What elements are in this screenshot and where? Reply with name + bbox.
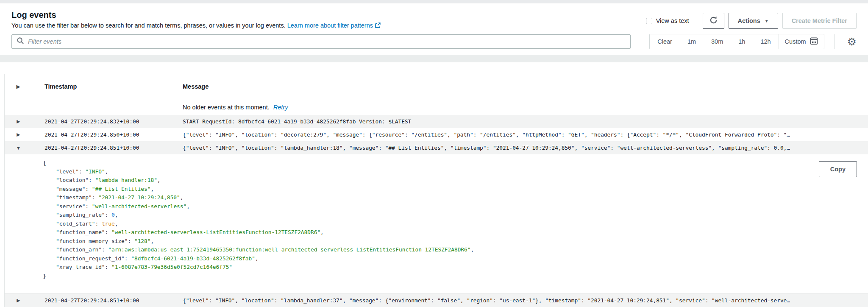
json-value: 0 [111,212,115,218]
json-punctuation: : [105,229,111,235]
learn-more-link[interactable]: Learn more about filter patterns [287,22,381,29]
json-line: "function_request_id": "8dfbcfc4-6021-4a… [43,254,868,263]
learn-more-label: Learn more about filter patterns [287,22,373,29]
log-message: {"level": "INFO", "location": "lambda_ha… [174,297,868,304]
json-open-brace: { [43,159,868,167]
json-key: "message" [56,186,85,192]
header-controls: View as text Actions▼ Create Metric Filt… [646,13,857,29]
json-line: "cold_start": true, [43,220,868,229]
json-punctuation: : [89,177,95,183]
actions-label: Actions [738,17,760,24]
json-value: "128" [134,238,151,244]
expand-arrow-icon[interactable]: ▶ [5,119,32,124]
log-events-table: ▶ Timestamp Message No older events at t… [4,74,868,307]
json-value: "## List Entities" [92,186,151,192]
json-punctuation: , [150,186,154,192]
section-divider-band [0,55,868,62]
filter-events-searchbox[interactable] [11,34,631,49]
log-row[interactable]: ▶2021-04-27T20:29:24.850+10:00{"level": … [5,128,868,141]
json-value: "lambda_handler:18" [95,177,157,183]
json-viewer: {"level": "INFO","location": "lambda_han… [43,159,868,280]
time-range-30m[interactable]: 30m [704,34,731,49]
json-line: "message": "## List Entities", [43,185,868,194]
json-punctuation: : [102,246,108,253]
refresh-icon [709,16,718,25]
json-punctuation: : [92,194,98,201]
json-key: "function_name" [56,229,105,235]
view-as-text-label: View as text [656,17,689,24]
json-key: "function_arn" [56,246,102,253]
json-key: "service" [56,203,85,209]
filter-events-input[interactable] [28,38,626,45]
view-as-text-group: View as text [646,17,689,24]
log-rows: ▶2021-04-27T20:29:24.832+10:00START Requ… [5,115,868,307]
log-row[interactable]: ▼2021-04-27T20:29:24.851+10:00{"level": … [5,141,868,154]
json-line: "level": "INFO", [43,167,868,176]
search-icon [17,37,28,46]
description-text: You can use the filter bar below to sear… [11,22,286,29]
json-line: "xray_trace_id": "1-6087e783-79e36d5e0f5… [43,263,868,272]
json-punctuation: : [85,203,92,209]
json-line: "function_memory_size": "128", [43,237,868,246]
json-punctuation: , [157,177,161,183]
actions-button[interactable]: Actions▼ [729,13,778,29]
json-punctuation: , [320,229,324,235]
time-range-custom[interactable]: Custom [779,34,824,49]
external-link-icon [375,22,381,30]
json-key: "xray_trace_id" [56,264,105,270]
json-punctuation: , [105,168,108,175]
json-value: "well-architected-serverless-ListEntitie… [111,229,320,235]
log-message: {"level": "INFO", "location": "lambda_ha… [174,145,868,151]
json-line: "function_arn": "arn:aws:lambda:us-east-… [43,246,868,254]
json-key: "location" [56,177,89,183]
json-key: "cold_start" [56,220,95,227]
time-range-1m[interactable]: 1m [680,34,704,49]
timestamp-column-header[interactable]: Timestamp [32,78,174,95]
json-punctuation: : [85,186,92,192]
json-key: "level" [56,168,79,175]
gear-icon[interactable]: ⚙ [847,36,857,47]
copy-button[interactable]: Copy [819,161,857,177]
notice-text: No older events at this moment. [183,104,270,111]
json-key: "timestamp" [56,194,92,201]
collapse-arrow-icon[interactable]: ▼ [5,145,32,151]
log-timestamp: 2021-04-27T20:29:24.850+10:00 [32,131,174,138]
json-punctuation: , [255,255,259,262]
json-value: "arn:aws:lambda:us-east-1:752419465350:f… [108,246,470,253]
json-punctuation: : [125,255,131,262]
json-line: "function_name": "well-architected-serve… [43,228,868,237]
create-metric-filter-button[interactable]: Create Metric Filter [782,13,857,29]
message-column-header[interactable]: Message [174,78,868,95]
json-value: "well-architected-serverless" [92,203,186,209]
time-range-clear[interactable]: Clear [650,34,680,49]
custom-label: Custom [785,38,806,45]
expand-arrow-icon[interactable]: ▶ [5,132,32,137]
json-line: "service": "well-architected-serverless"… [43,202,868,211]
notice-message: No older events at this moment. Retry [174,104,868,111]
table-header-row: ▶ Timestamp Message [5,74,868,99]
json-punctuation: , [470,246,474,253]
time-range-1h[interactable]: 1h [731,34,753,49]
json-key: "sampling_rate" [56,212,105,218]
view-as-text-checkbox[interactable] [646,18,652,24]
log-timestamp: 2021-04-27T20:29:24.851+10:00 [32,297,174,304]
refresh-button[interactable] [703,13,724,29]
json-value: "2021-04-27 10:29:24,850" [98,194,180,201]
toolbar-divider [835,34,835,49]
page-top-strip [0,0,868,3]
no-older-events-row: No older events at this moment. Retry [5,99,868,115]
filter-bar: Clear 1m 30m 1h 12h Custom ⚙ [0,32,868,55]
log-row[interactable]: ▶2021-04-27T20:29:24.851+10:00{"level": … [5,293,868,307]
json-punctuation: , [180,194,184,201]
json-value: "8dfbcfc4-6021-4a19-b33d-4825262f8fab" [131,255,255,262]
expand-arrow-icon[interactable]: ▶ [5,298,32,303]
retry-link[interactable]: Retry [273,104,288,111]
caret-down-icon: ▼ [765,19,769,23]
json-line: "location": "lambda_handler:18", [43,176,868,185]
log-row[interactable]: ▶2021-04-27T20:29:24.832+10:00START Requ… [5,115,868,128]
time-range-12h[interactable]: 12h [753,34,778,49]
json-value: "INFO" [85,168,105,175]
time-range-control: Clear 1m 30m 1h 12h Custom [649,34,824,49]
log-timestamp: 2021-04-27T20:29:24.851+10:00 [32,145,174,151]
json-punctuation: : [79,168,85,175]
